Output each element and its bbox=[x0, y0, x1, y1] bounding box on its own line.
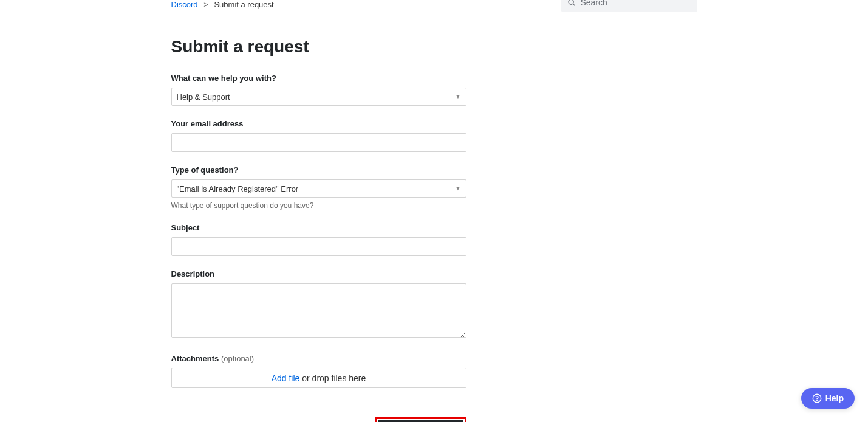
field-email: Your email address bbox=[171, 119, 466, 152]
attachments-dropzone[interactable]: Add file or drop files here bbox=[171, 368, 466, 388]
submit-wrapper: Submit bbox=[171, 417, 466, 422]
help-with-select[interactable]: Help & Support ▼ bbox=[171, 88, 466, 106]
email-label: Your email address bbox=[171, 119, 466, 128]
help-icon bbox=[812, 393, 822, 403]
email-input[interactable] bbox=[171, 133, 466, 152]
add-file-link[interactable]: Add file bbox=[272, 373, 300, 383]
search-input[interactable] bbox=[581, 0, 691, 7]
svg-point-0 bbox=[569, 0, 573, 4]
description-textarea[interactable] bbox=[171, 283, 466, 338]
attachments-label: Attachments (optional) bbox=[171, 354, 466, 363]
: Submit bbox=[375, 417, 466, 422]
field-question-type: Type of question? "Email is Already Regi… bbox=[171, 165, 466, 210]
question-type-hint: What type of support question do you hav… bbox=[171, 201, 466, 210]
breadcrumb-root-link[interactable]: Discord bbox=[171, 0, 198, 9]
breadcrumb: Discord > Submit a request bbox=[171, 0, 274, 9]
help-with-selected-value: Help & Support bbox=[177, 92, 230, 102]
page-title: Submit a request bbox=[171, 37, 697, 57]
chevron-down-icon: ▼ bbox=[456, 185, 461, 192]
field-help-with: What can we help you with? Help & Suppor… bbox=[171, 74, 466, 106]
attachments-optional-text: (optional) bbox=[221, 354, 254, 363]
search-box[interactable] bbox=[561, 0, 697, 12]
field-attachments: Attachments (optional) Add file or drop … bbox=[171, 354, 466, 388]
top-row: Discord > Submit a request bbox=[171, 0, 697, 21]
question-type-selected-value: "Email is Already Registered" Error bbox=[177, 184, 299, 193]
help-widget-button[interactable]: Help bbox=[801, 388, 855, 409]
chevron-down-icon: ▼ bbox=[456, 94, 461, 100]
search-icon bbox=[567, 0, 576, 7]
drop-files-text: or drop files here bbox=[299, 373, 366, 383]
help-widget-label: Help bbox=[825, 393, 844, 403]
question-type-select[interactable]: "Email is Already Registered" Error ▼ bbox=[171, 179, 466, 198]
svg-line-1 bbox=[573, 4, 575, 5]
svg-point-3 bbox=[816, 400, 817, 401]
field-subject: Subject bbox=[171, 223, 466, 256]
attachments-label-text: Attachments bbox=[171, 354, 219, 363]
breadcrumb-separator: > bbox=[203, 0, 208, 9]
subject-input[interactable] bbox=[171, 237, 466, 256]
description-label: Description bbox=[171, 269, 466, 278]
page-scroll-area[interactable]: Discord > Submit a request Submit a requ… bbox=[0, 0, 868, 422]
help-with-label: What can we help you with? bbox=[171, 74, 466, 83]
breadcrumb-current: Submit a request bbox=[214, 0, 273, 9]
request-form: What can we help you with? Help & Suppor… bbox=[171, 74, 466, 422]
field-description: Description bbox=[171, 269, 466, 341]
subject-label: Subject bbox=[171, 223, 466, 232]
question-type-label: Type of question? bbox=[171, 165, 466, 175]
main-container: Discord > Submit a request Submit a requ… bbox=[171, 0, 697, 422]
